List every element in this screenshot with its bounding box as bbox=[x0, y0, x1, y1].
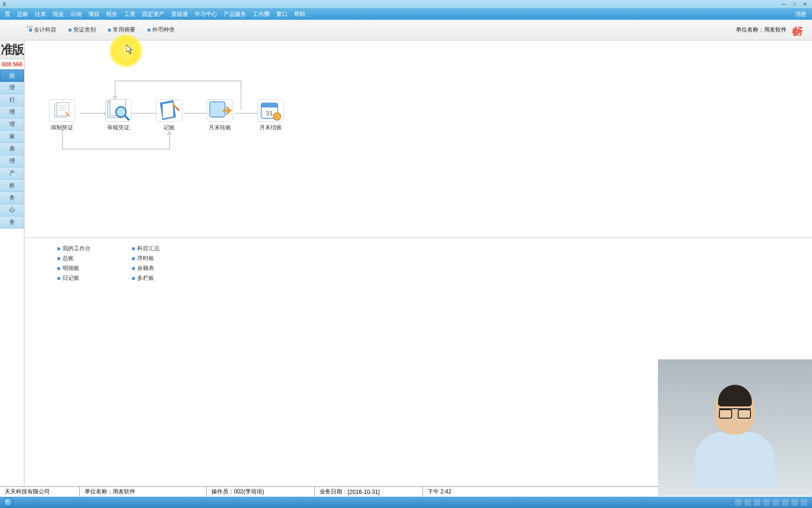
link-journal[interactable]: 日记账 bbox=[57, 274, 91, 282]
sidebar-item[interactable]: 表 bbox=[0, 143, 24, 155]
status-company: 天天科技有限公司 bbox=[0, 487, 80, 497]
link-subject-summary[interactable]: 科目汇总 bbox=[132, 245, 160, 253]
flow-node-create-voucher[interactable]: 填制凭证 bbox=[43, 99, 81, 132]
tray-icon[interactable] bbox=[782, 499, 789, 506]
link-balance-sheet[interactable]: 余额表 bbox=[132, 264, 160, 272]
sidebar-item[interactable]: 理 bbox=[0, 106, 24, 119]
close-button[interactable]: ✕ bbox=[801, 1, 809, 8]
menu-item[interactable]: 固定资产 bbox=[139, 9, 167, 19]
sidebar-item[interactable]: 理 bbox=[0, 82, 24, 94]
tray-icon[interactable] bbox=[773, 499, 779, 506]
flow-node-monthend-close[interactable]: 31 月末结账 bbox=[252, 99, 289, 132]
menu-item[interactable]: 学习中心 bbox=[192, 9, 220, 19]
menu-item[interactable]: 置 bbox=[2, 9, 13, 19]
flow-label: 月末结账 bbox=[252, 124, 289, 132]
sidebar-title: 准版 bbox=[0, 40, 24, 59]
menu-item[interactable]: 往来 bbox=[32, 9, 49, 19]
flow-label: 记账 bbox=[150, 124, 188, 132]
link-my-workbench[interactable]: 我的工作台 bbox=[57, 245, 91, 253]
maximize-button[interactable]: □ bbox=[790, 1, 799, 8]
sidebar-phone: 600 566 bbox=[0, 59, 24, 70]
webcam-overlay bbox=[658, 359, 812, 496]
brand-logo: 畅 bbox=[791, 24, 805, 36]
flow-label: 审核凭证 bbox=[100, 124, 137, 132]
svg-text:31: 31 bbox=[266, 109, 273, 116]
transfer-icon bbox=[207, 99, 233, 122]
flow-label: 填制凭证 bbox=[43, 124, 81, 132]
link-general-ledger[interactable]: 总账 bbox=[57, 254, 91, 262]
quick-links-panel: 我的工作台 总账 明细账 日记账 科目汇总 序时账 余额表 多栏账 bbox=[24, 238, 812, 289]
sidebar-item[interactable]: 务 bbox=[0, 192, 24, 204]
menu-bar: 置 总账 往来 现金 出纳 项目 税务 工资 固定资产 票据通 学习中心 产品服… bbox=[0, 8, 812, 20]
mouse-cursor-icon bbox=[126, 45, 134, 55]
flow-node-post[interactable]: 记账 bbox=[150, 99, 188, 132]
menu-item[interactable]: 税务 bbox=[103, 9, 120, 19]
magnify-icon bbox=[105, 99, 132, 122]
minimize-button[interactable]: — bbox=[780, 1, 789, 8]
tray-icon[interactable] bbox=[763, 499, 770, 506]
sidebar-item[interactable]: 统 bbox=[0, 70, 24, 82]
windows-orb-icon bbox=[4, 498, 13, 507]
svg-rect-11 bbox=[261, 103, 278, 107]
flow-label: 月末转账 bbox=[201, 124, 239, 132]
toolbar-link-voucher-type[interactable]: 凭证类别 bbox=[69, 26, 96, 34]
sidebar-item[interactable]: 理 bbox=[0, 119, 24, 131]
window-title-bar: 9 — □ ✕ bbox=[0, 0, 812, 8]
document-icon bbox=[49, 99, 75, 122]
expand-icon[interactable]: ››› bbox=[26, 23, 33, 30]
toolbar-link-currency[interactable]: 外币种类 bbox=[148, 26, 175, 34]
menu-item[interactable]: 总账 bbox=[14, 9, 31, 19]
workflow-diagram: 填制凭证 审核凭证 记账 月末转账 31 月末结账 bbox=[24, 40, 812, 238]
status-unit: 单位名称：用友软件 bbox=[80, 487, 207, 497]
menu-item[interactable]: 项目 bbox=[86, 9, 102, 19]
menu-item[interactable]: 工作圈 bbox=[250, 9, 273, 19]
sub-toolbar: ››› 会计科目 凭证类别 常用摘要 外币种类 单位名称：用友软件 畅 bbox=[0, 20, 812, 40]
left-sidebar: 准版 600 566 统 理 行 理 理 家 表 理 产 析 务 心 务 bbox=[0, 40, 24, 487]
menu-item[interactable]: 窗口 bbox=[273, 9, 290, 19]
menu-item[interactable]: 产品服务 bbox=[221, 9, 249, 19]
tray-icon[interactable] bbox=[754, 499, 760, 506]
menu-item[interactable]: 帮助 bbox=[291, 9, 308, 19]
svg-line-8 bbox=[125, 116, 129, 120]
svg-rect-9 bbox=[210, 102, 225, 117]
flow-node-audit-voucher[interactable]: 审核凭证 bbox=[100, 99, 137, 132]
link-chrono-ledger[interactable]: 序时账 bbox=[132, 254, 160, 262]
sidebar-item[interactable]: 家 bbox=[0, 131, 24, 143]
status-date: 业务日期：[2016-10-31] bbox=[315, 487, 423, 497]
svg-point-7 bbox=[116, 107, 126, 117]
sidebar-item[interactable]: 产 bbox=[0, 167, 24, 180]
menu-item[interactable]: 工资 bbox=[121, 9, 138, 19]
link-detail-ledger[interactable]: 明细账 bbox=[57, 264, 91, 272]
menu-item[interactable]: 出纳 bbox=[68, 9, 85, 19]
menu-item[interactable]: 票据通 bbox=[168, 9, 191, 19]
toolbar-link-subject[interactable]: 会计科目 bbox=[29, 26, 56, 34]
calendar-icon: 31 bbox=[258, 99, 284, 122]
tray-icon[interactable] bbox=[791, 499, 798, 506]
status-operator: 操作员：002(李培培) bbox=[207, 487, 315, 497]
sidebar-item[interactable]: 理 bbox=[0, 155, 24, 167]
book-pencil-icon bbox=[156, 99, 182, 122]
unit-name-label: 单位名称：用友软件 bbox=[736, 26, 787, 34]
sidebar-item[interactable]: 心 bbox=[0, 204, 24, 216]
toolbar-link-summary[interactable]: 常用摘要 bbox=[108, 26, 135, 34]
tray-icon[interactable] bbox=[735, 499, 742, 506]
sidebar-item[interactable]: 析 bbox=[0, 180, 24, 192]
flow-node-monthend-transfer[interactable]: 月末转账 bbox=[201, 99, 239, 132]
menu-item[interactable]: 现金 bbox=[50, 9, 67, 19]
windows-taskbar bbox=[0, 497, 812, 508]
svg-point-13 bbox=[273, 112, 281, 120]
system-tray bbox=[730, 499, 812, 506]
messages-link[interactable]: 消息 bbox=[791, 9, 810, 19]
volume-icon[interactable] bbox=[801, 499, 807, 506]
link-multi-column-ledger[interactable]: 多栏账 bbox=[132, 274, 160, 282]
sidebar-item[interactable]: 务 bbox=[0, 216, 24, 229]
tray-icon[interactable] bbox=[744, 499, 751, 506]
sidebar-item[interactable]: 行 bbox=[0, 94, 24, 106]
start-button[interactable] bbox=[0, 497, 17, 508]
title-text: 9 bbox=[3, 1, 6, 7]
